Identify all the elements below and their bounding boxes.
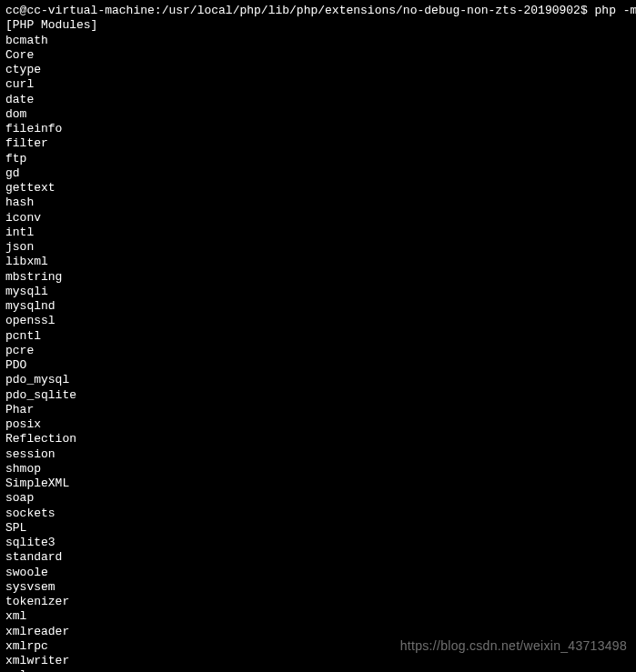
module-line: soap [5,491,631,506]
module-list: bcmathCorectypecurldatedomfileinfofilter… [5,34,631,673]
module-line: mysqlnd [5,299,631,314]
module-line: xmlreader [5,625,631,639]
module-line: sysvsem [5,580,631,595]
terminal-prompt-line[interactable]: cc@cc-virtual-machine:/usr/local/php/lib… [5,4,631,18]
module-line: ftp [5,152,631,166]
watermark-text: https://blog.csdn.net/weixin_43713498 [400,638,627,655]
module-line: dom [5,107,631,122]
module-line: pdo_sqlite [5,388,631,403]
module-line: gd [5,166,631,181]
typed-command: php -m [595,4,636,17]
module-line: swoole [5,566,631,580]
module-line: filter [5,136,631,151]
module-line: openssl [5,314,631,328]
module-line: pcntl [5,329,631,344]
shell-prompt: cc@cc-virtual-machine:/usr/local/php/lib… [5,4,588,17]
output-header: [PHP Modules] [5,18,631,33]
module-line: pcre [5,344,631,358]
module-line: SPL [5,521,631,536]
module-line: SimpleXML [5,476,631,491]
module-line: ctype [5,63,631,77]
module-line: xsl [5,668,631,672]
module-line: PDO [5,358,631,373]
module-line: bcmath [5,34,631,48]
module-line: sqlite3 [5,536,631,550]
module-line: Phar [5,403,631,417]
module-line: gettext [5,181,631,196]
module-line: tokenizer [5,595,631,609]
module-line: posix [5,417,631,432]
module-line: Reflection [5,432,631,446]
module-line: libxml [5,255,631,269]
module-line: standard [5,550,631,565]
module-line: shmop [5,462,631,476]
module-line: fileinfo [5,122,631,136]
module-line: curl [5,77,631,92]
module-line: xmlwriter [5,654,631,668]
module-line: mysqli [5,285,631,299]
module-line: xml [5,609,631,624]
module-line: sockets [5,507,631,521]
module-line: intl [5,226,631,240]
module-line: pdo_mysql [5,373,631,387]
module-line: session [5,447,631,462]
module-line: date [5,93,631,107]
module-line: mbstring [5,270,631,285]
module-line: iconv [5,211,631,226]
module-line: Core [5,48,631,63]
module-line: json [5,240,631,255]
module-line: hash [5,196,631,210]
